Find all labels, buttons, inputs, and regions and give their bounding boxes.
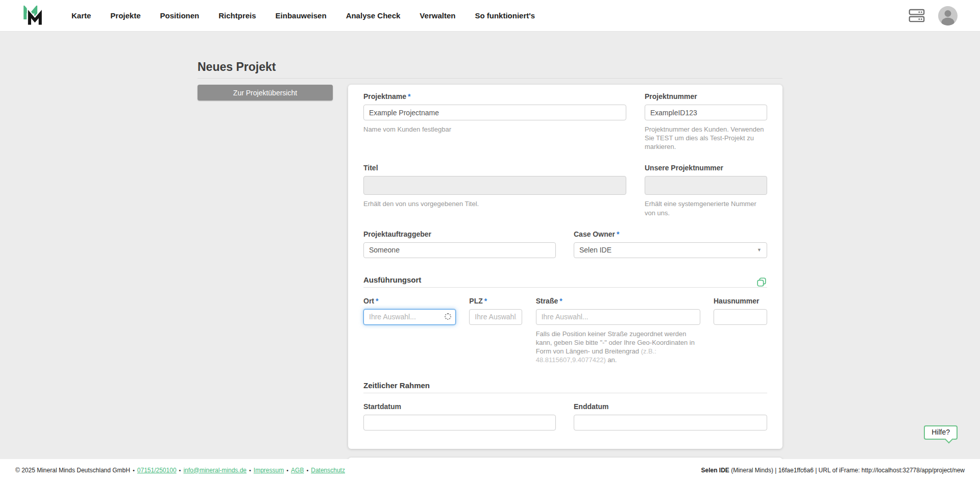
hausnummer-label: Hausnummer <box>714 297 767 305</box>
case-owner-select[interactable]: Selen IDE ▼ <box>574 242 767 258</box>
top-navbar: Karte Projekte Positionen Richtpreis Ein… <box>0 0 980 32</box>
projektnummer-input[interactable] <box>645 105 767 120</box>
ort-label: Ort <box>363 297 374 305</box>
titel-input <box>363 176 626 195</box>
zur-projektuebersicht-button[interactable]: Zur Projektübersicht <box>198 85 333 100</box>
field-projektauftraggeber: Projektauftraggeber <box>363 231 556 258</box>
field-plz: PLZ* <box>469 297 522 365</box>
titel-label: Titel <box>363 164 626 172</box>
page-title: Neues Projekt <box>198 60 782 74</box>
footer-agb-link[interactable]: AGB <box>291 467 304 474</box>
required-asterisk: * <box>408 92 410 100</box>
projektnummer-label: Projektnummer <box>645 93 767 100</box>
startdatum-input[interactable] <box>363 415 556 431</box>
field-case-owner: Case Owner* Selen IDE ▼ <box>574 231 767 258</box>
case-owner-selected-value: Selen IDE <box>579 246 611 254</box>
section-title-ausfuehrungsort: Ausführungsort <box>363 275 421 284</box>
page-content: Neues Projekt Zur Projektübersicht Proje… <box>198 32 782 481</box>
required-asterisk: * <box>484 297 487 305</box>
field-startdatum: Startdatum <box>363 403 556 431</box>
enddatum-input[interactable] <box>574 415 767 431</box>
section-divider <box>363 393 767 393</box>
duplicate-location-icon[interactable] <box>756 276 767 288</box>
projektname-input[interactable] <box>363 105 626 120</box>
required-asterisk: * <box>617 230 619 238</box>
unsere-projektnummer-label: Unsere Projektnummer <box>645 164 767 172</box>
main-nav: Karte Projekte Positionen Richtpreis Ein… <box>71 11 535 20</box>
nav-item-analyse-check[interactable]: Analyse Check <box>346 11 401 20</box>
projektname-helper: Name vom Kunden festlegbar <box>363 125 626 134</box>
field-strasse: Straße* Falls die Position keiner Straße… <box>536 297 700 365</box>
projektname-label: Projektname <box>363 92 406 100</box>
nav-item-verwalten[interactable]: Verwalten <box>420 11 455 20</box>
unsere-projektnummer-helper: Erhält eine systemgenerierte Nummer von … <box>645 199 767 217</box>
field-ort: Ort* <box>363 297 456 365</box>
footer-impressum-link[interactable]: Impressum <box>254 467 284 474</box>
title-divider <box>198 78 782 79</box>
strasse-input[interactable] <box>536 309 700 325</box>
unsere-projektnummer-input <box>645 176 767 195</box>
footer-datenschutz-link[interactable]: Datenschutz <box>311 467 345 474</box>
chevron-down-icon: ▼ <box>757 247 762 252</box>
field-hausnummer: Hausnummer <box>714 297 767 365</box>
help-button[interactable]: Hilfe? <box>924 425 958 440</box>
section-title-zeitlicher-rahmen: Zeitlicher Rahmen <box>363 381 430 390</box>
plz-label: PLZ <box>469 297 482 305</box>
mineral-minds-logo-icon[interactable] <box>22 6 43 26</box>
startdatum-label: Startdatum <box>363 403 556 411</box>
footer: © 2025 Mineral Minds Deutschland GmbH • … <box>0 459 980 481</box>
required-asterisk: * <box>376 297 378 305</box>
footer-email-link[interactable]: info@mineral-minds.de <box>183 467 247 474</box>
nav-item-positionen[interactable]: Positionen <box>160 11 200 20</box>
projektauftraggeber-input[interactable] <box>363 242 556 258</box>
field-enddatum: Enddatum <box>574 403 767 431</box>
nav-item-projekte[interactable]: Projekte <box>110 11 140 20</box>
strasse-helper: Falls die Position keiner Straße zugeord… <box>536 330 700 365</box>
field-unsere-projektnummer: Unsere Projektnummer Erhält eine systemg… <box>645 164 767 217</box>
section-divider <box>363 287 767 288</box>
copyright-text: © 2025 Mineral Minds Deutschland GmbH <box>15 467 130 474</box>
hausnummer-input[interactable] <box>714 309 767 325</box>
nav-item-karte[interactable]: Karte <box>71 11 91 20</box>
nav-item-so-funktionierts[interactable]: So funktioniert's <box>475 11 535 20</box>
server-stack-icon[interactable] <box>909 8 925 23</box>
footer-phone-link[interactable]: 07151/250100 <box>137 467 177 474</box>
field-titel: Titel Erhält den von uns vorgegebenen Ti… <box>363 164 626 217</box>
new-project-form-card: Projektname* Name vom Kunden festlegbar … <box>348 85 782 449</box>
nav-item-richtpreis[interactable]: Richtpreis <box>218 11 256 20</box>
session-info: Selen IDE (Mineral Minds) | 16fae1ffc6a6… <box>701 467 965 474</box>
field-projektnummer: Projektnummer Projektnummer des Kunden. … <box>645 93 767 151</box>
strasse-label: Straße <box>536 297 558 305</box>
required-asterisk: * <box>559 297 562 305</box>
user-avatar[interactable] <box>938 6 958 26</box>
plz-input[interactable] <box>469 309 522 325</box>
nav-item-einbauweisen[interactable]: Einbauweisen <box>276 11 327 20</box>
projektnummer-helper: Projektnummer des Kunden. Verwenden Sie … <box>645 125 767 151</box>
titel-helper: Erhält den von uns vorgegebenen Titel. <box>363 199 626 208</box>
field-projektname: Projektname* Name vom Kunden festlegbar <box>363 93 626 151</box>
enddatum-label: Enddatum <box>574 403 767 411</box>
ort-input[interactable] <box>363 309 456 325</box>
projektauftraggeber-label: Projektauftraggeber <box>363 231 556 238</box>
case-owner-label: Case Owner <box>574 230 615 238</box>
